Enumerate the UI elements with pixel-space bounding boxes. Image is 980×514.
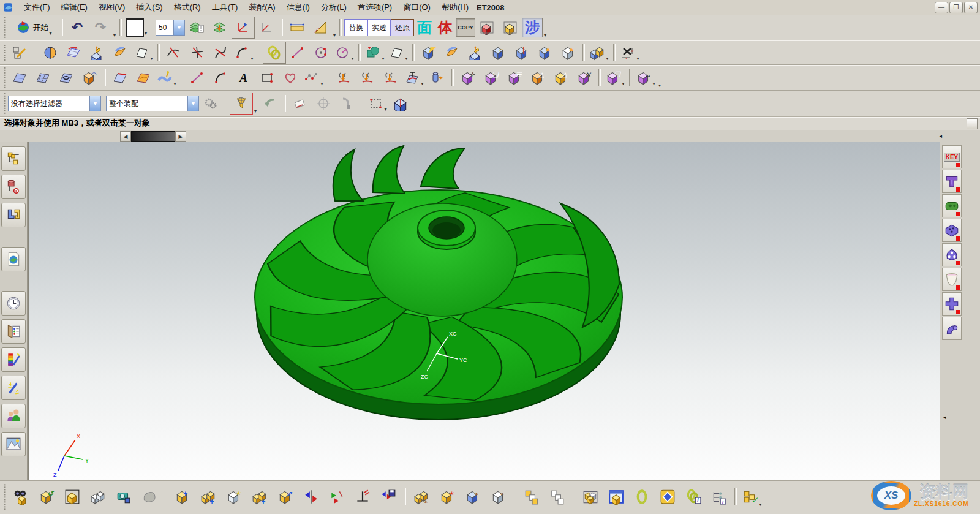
dropdown-caret-icon[interactable]: ▾ <box>254 108 257 116</box>
find-component-button[interactable] <box>8 484 34 510</box>
toolbar-grip[interactable] <box>3 17 6 38</box>
update-structure-button[interactable]: ✓▾ <box>739 484 765 510</box>
translucent-button[interactable]: 实透 <box>368 19 391 36</box>
explode-assembly-button[interactable]: ✶ <box>434 484 460 510</box>
toolbar-grip[interactable] <box>3 43 6 62</box>
layer-visibility-button[interactable] <box>208 17 232 39</box>
trim-curve-button[interactable] <box>162 42 186 64</box>
assembly-navigator-button[interactable] <box>1 146 26 171</box>
assembly-constraints-button[interactable] <box>298 484 324 510</box>
involve-button[interactable]: 涉 <box>522 18 543 37</box>
scenery-button[interactable] <box>1 432 26 456</box>
start-button[interactable]: 开始 ▾ <box>8 17 58 39</box>
constraint-navigator-button[interactable] <box>1 175 26 199</box>
copy-button[interactable]: COPY <box>456 18 475 37</box>
perpendicular-constraint-button[interactable] <box>350 484 375 510</box>
zoom-scale-combo[interactable]: 50 ▼ <box>156 20 185 36</box>
collapse-strip-icon[interactable]: ◂ <box>939 133 942 139</box>
red-cube-display-button[interactable] <box>475 17 499 39</box>
toolbar-grip[interactable] <box>3 483 6 511</box>
scroll-right-icon[interactable]: ▶ <box>175 131 186 142</box>
extrude-solid-button[interactable]: ◤ <box>417 42 440 64</box>
trimmed-sheet-button[interactable] <box>55 67 78 89</box>
open-component-button[interactable]: ↺ <box>34 484 59 510</box>
new-component-button[interactable]: + <box>195 484 221 510</box>
triangular-plate-part-button[interactable] <box>942 243 962 266</box>
dropdown-caret-icon[interactable]: ▾ <box>113 32 116 40</box>
gears-button[interactable] <box>199 93 222 115</box>
menu-file[interactable]: 文件(F) <box>18 1 56 14</box>
hole-button[interactable]: ● <box>533 42 557 64</box>
delete-object-button[interactable]: ✕ <box>573 67 596 89</box>
pattern-component-button[interactable]: + <box>247 484 273 510</box>
restore-button[interactable]: ❐ <box>949 2 963 13</box>
project-curve-button[interactable] <box>333 67 356 89</box>
bracket-button[interactable]: ⌐ <box>487 42 510 64</box>
toolbar-grip[interactable] <box>3 67 6 88</box>
key-part-button[interactable]: KEY <box>942 145 962 168</box>
arc-button[interactable] <box>209 67 232 89</box>
boolean-shapes-button[interactable]: ▾ <box>363 42 386 64</box>
substitute-spark-button[interactable]: ✶ <box>221 484 247 510</box>
chain-select-button[interactable] <box>263 42 286 64</box>
show-dof-button[interactable] <box>324 484 350 510</box>
wcs-dynamics-button[interactable] <box>255 17 278 39</box>
n-sided-surface-button[interactable] <box>132 67 155 89</box>
slab-button[interactable] <box>464 42 487 64</box>
circle-radius-button[interactable]: ▾ <box>333 42 356 64</box>
intersect-curve-button[interactable] <box>379 67 402 89</box>
sequence-button[interactable] <box>519 484 545 510</box>
menu-format[interactable]: 格式(R) <box>168 1 206 14</box>
divide-curve-button[interactable] <box>186 42 209 64</box>
impeller-model[interactable]: XC YC ZC X Y Z <box>29 142 940 480</box>
offset-curve-button[interactable] <box>426 67 449 89</box>
datum-plane-button[interactable]: ▾ <box>132 42 155 64</box>
menu-analysis[interactable]: 分析(L) <box>315 1 352 14</box>
cup-part-button[interactable] <box>942 268 962 291</box>
measure-angle-button[interactable] <box>309 17 332 39</box>
interpart-link-button[interactable] <box>629 484 655 510</box>
move-component-button[interactable]: ⇗ <box>273 484 298 510</box>
yellow-cube-display-button[interactable] <box>499 17 522 39</box>
arrangement-button[interactable] <box>545 484 570 510</box>
paste-object-button[interactable]: ☰ <box>503 67 526 89</box>
toolbar-grip[interactable] <box>3 93 6 114</box>
split-body-button[interactable]: | <box>510 42 533 64</box>
roles-button[interactable] <box>1 404 26 428</box>
sketch-button[interactable] <box>8 42 31 64</box>
relations-browser-button[interactable]: i <box>706 484 732 510</box>
wave-linker-button[interactable]: ⌁ <box>460 484 486 510</box>
assembly-info-button[interactable]: i <box>680 484 706 510</box>
undo-button[interactable]: ↶ <box>66 17 89 39</box>
studio-spline-button[interactable] <box>279 67 302 89</box>
extrude-sheet-button[interactable] <box>85 42 108 64</box>
dropdown-caret-icon[interactable]: ▾ <box>544 32 546 40</box>
menu-edit[interactable]: 编辑(E) <box>56 1 93 14</box>
snap-point-button[interactable] <box>230 93 253 115</box>
visualization-palette-button[interactable] <box>1 347 26 372</box>
section-surface-button[interactable] <box>108 67 132 89</box>
prompt-bar-button[interactable] <box>967 118 978 129</box>
history-button[interactable] <box>1 291 26 316</box>
selection-scope-combo[interactable]: 整个装配 ▼ <box>106 96 199 111</box>
edit-arc-button[interactable]: ▾ <box>232 42 255 64</box>
product-template-button[interactable] <box>655 484 680 510</box>
crosshair-button[interactable] <box>312 93 335 115</box>
point-set-button[interactable]: ▾ <box>302 67 325 89</box>
ruled-surface-button[interactable] <box>8 67 31 89</box>
transparent-components-button[interactable] <box>85 484 111 510</box>
sheet-arrows-button[interactable] <box>108 42 132 64</box>
restore-button[interactable]: 还原 <box>391 19 414 36</box>
menu-help[interactable]: 帮助(H) <box>436 1 474 14</box>
scroll-thumb[interactable] <box>131 131 175 142</box>
flattening-button[interactable]: ▾ <box>155 67 178 89</box>
section-view-button[interactable] <box>39 42 62 64</box>
collapse-panel-icon[interactable]: ◂ <box>943 414 946 420</box>
internet-explorer-button[interactable] <box>1 247 26 271</box>
line-button[interactable] <box>186 67 209 89</box>
dropdown-caret-icon[interactable]: ▾ <box>333 32 336 40</box>
rectangle-select-button[interactable]: ▾ <box>366 93 389 115</box>
menu-information[interactable]: 信息(I) <box>281 1 315 14</box>
menu-preferences[interactable]: 首选项(P) <box>352 1 398 14</box>
disabled-component-button[interactable] <box>137 484 162 510</box>
